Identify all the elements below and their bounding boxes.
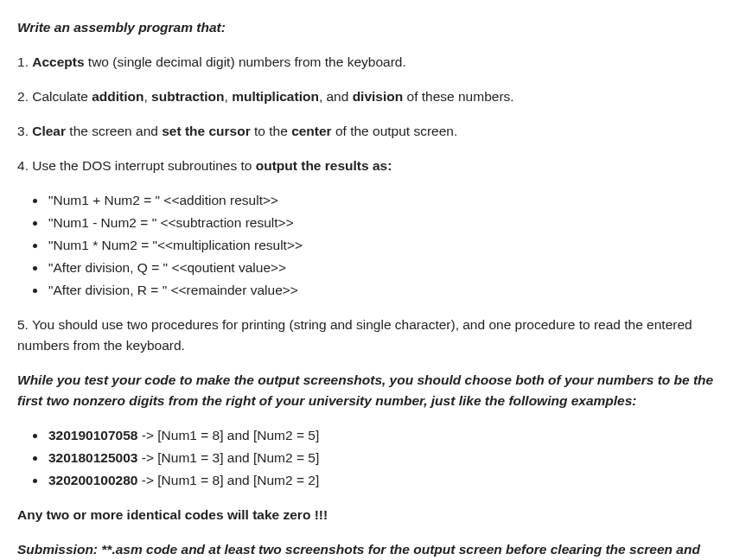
plagiarism-warning: Any two or more identical codes will tak… bbox=[17, 505, 729, 525]
step-2-t4: , and bbox=[319, 89, 353, 104]
step-3-clear: Clear bbox=[32, 124, 66, 138]
step-3: Clear the screen and set the cursor to t… bbox=[17, 121, 729, 142]
step-3-t2: to the bbox=[251, 124, 291, 138]
output-line-3: "Num1 * Num2 = "<<multiplication result>… bbox=[47, 235, 729, 256]
step-2-t1: Calculate bbox=[32, 89, 92, 104]
example-3-text: -> [Num1 = 8] and [Num2 = 2] bbox=[137, 473, 319, 487]
step-4-output: output the results as: bbox=[256, 158, 392, 173]
step-1: Accepts two (single decimal digit) numbe… bbox=[17, 52, 729, 73]
step-4: Use the DOS interrupt subroutines to out… bbox=[17, 156, 729, 176]
output-line-5: "After division, R = " <<remainder value… bbox=[47, 280, 729, 301]
test-note: While you test your code to make the out… bbox=[17, 370, 729, 411]
example-3-number: 320200100280 bbox=[48, 473, 137, 487]
output-format-list: "Num1 + Num2 = " <<addition result>> "Nu… bbox=[17, 190, 729, 301]
example-2-number: 320180125003 bbox=[48, 450, 137, 465]
example-1: 320190107058 -> [Num1 = 8] and [Num2 = 5… bbox=[47, 425, 729, 446]
step-2-division: division bbox=[353, 89, 404, 104]
step-2-subtraction: subtraction bbox=[151, 89, 224, 104]
submission-label: Submission: bbox=[17, 542, 101, 557]
example-1-number: 320190107058 bbox=[48, 428, 137, 442]
example-2: 320180125003 -> [Num1 = 3] and [Num2 = 5… bbox=[47, 448, 729, 468]
submission-instructions: Submission: **.asm code and at least two… bbox=[17, 539, 729, 560]
example-2-text: -> [Num1 = 3] and [Num2 = 5] bbox=[137, 450, 319, 465]
step-2: Calculate addition, subtraction, multipl… bbox=[17, 86, 729, 107]
example-3: 320200100280 -> [Num1 = 8] and [Num2 = 2… bbox=[47, 470, 729, 491]
step-3-setcursor: set the cursor bbox=[162, 124, 251, 138]
step-2-t3: , bbox=[225, 89, 233, 104]
assignment-steps: Accepts two (single decimal digit) numbe… bbox=[17, 52, 729, 176]
step-2-multiplication: multiplication bbox=[232, 89, 319, 104]
step-1-accepts: Accepts bbox=[32, 54, 84, 69]
step-5-text: You should use two procedures for printi… bbox=[17, 317, 692, 353]
assignment-title: Write an assembly program that: bbox=[17, 17, 729, 38]
step-2-t2: , bbox=[143, 89, 151, 104]
output-line-4: "After division, Q = " <<qoutient value>… bbox=[47, 258, 729, 278]
examples-list: 320190107058 -> [Num1 = 8] and [Num2 = 5… bbox=[17, 425, 729, 491]
output-line-1: "Num1 + Num2 = " <<addition result>> bbox=[47, 190, 729, 211]
step-5: 5. You should use two procedures for pri… bbox=[17, 315, 729, 356]
example-1-text: -> [Num1 = 8] and [Num2 = 5] bbox=[137, 428, 319, 442]
step-1-text: two (single decimal digit) numbers from … bbox=[85, 54, 406, 69]
step-3-t3: of the output screen. bbox=[332, 124, 458, 138]
step-2-addition: addition bbox=[92, 89, 143, 104]
step-3-t1: the screen and bbox=[66, 124, 162, 138]
submission-text: **.asm code and at least two screenshots… bbox=[17, 542, 700, 560]
step-4-t1: Use the DOS interrupt subroutines to bbox=[32, 158, 255, 173]
output-line-2: "Num1 - Num2 = " <<subtraction result>> bbox=[47, 213, 729, 233]
step-2-t5: of these numbers. bbox=[403, 89, 513, 104]
step-3-center: center bbox=[291, 124, 332, 138]
